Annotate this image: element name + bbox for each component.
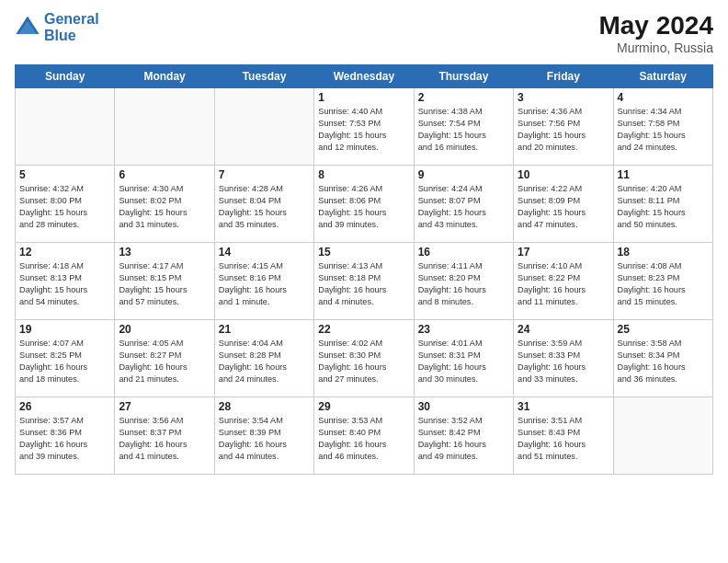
cal-cell-1-2 (115, 88, 214, 166)
cell-info: Sunrise: 4:28 AM Sunset: 8:04 PM Dayligh… (219, 183, 310, 231)
cal-cell-3-2: 13Sunrise: 4:17 AM Sunset: 8:15 PM Dayli… (115, 243, 214, 320)
week-row-4: 19Sunrise: 4:07 AM Sunset: 8:25 PM Dayli… (16, 320, 713, 397)
day-number: 28 (219, 400, 310, 413)
cal-cell-3-4: 15Sunrise: 4:13 AM Sunset: 8:18 PM Dayli… (314, 243, 414, 320)
cal-cell-1-1 (16, 88, 115, 166)
cell-info: Sunrise: 3:54 AM Sunset: 8:39 PM Dayligh… (219, 415, 310, 463)
cell-info: Sunrise: 4:07 AM Sunset: 8:25 PM Dayligh… (19, 338, 110, 385)
cal-cell-3-6: 17Sunrise: 4:10 AM Sunset: 8:22 PM Dayli… (514, 243, 613, 320)
cal-cell-2-3: 7Sunrise: 4:28 AM Sunset: 8:04 PM Daylig… (214, 166, 313, 243)
day-header-saturday: Saturday (613, 65, 712, 88)
cal-cell-4-1: 19Sunrise: 4:07 AM Sunset: 8:25 PM Dayli… (16, 320, 115, 397)
cell-info: Sunrise: 4:40 AM Sunset: 7:53 PM Dayligh… (318, 106, 409, 154)
day-header-thursday: Thursday (414, 65, 513, 88)
cal-cell-5-4: 29Sunrise: 3:53 AM Sunset: 8:40 PM Dayli… (314, 397, 414, 475)
cell-info: Sunrise: 4:26 AM Sunset: 8:06 PM Dayligh… (318, 183, 409, 231)
cell-info: Sunrise: 4:05 AM Sunset: 8:27 PM Dayligh… (119, 338, 210, 385)
day-number: 5 (19, 168, 110, 181)
day-header-tuesday: Tuesday (214, 65, 313, 88)
day-number: 29 (318, 400, 409, 413)
cell-info: Sunrise: 3:56 AM Sunset: 8:37 PM Dayligh… (119, 415, 210, 463)
cal-cell-1-7: 4Sunrise: 4:34 AM Sunset: 7:58 PM Daylig… (613, 88, 712, 166)
cell-info: Sunrise: 4:30 AM Sunset: 8:02 PM Dayligh… (119, 183, 210, 231)
cal-cell-2-1: 5Sunrise: 4:32 AM Sunset: 8:00 PM Daylig… (16, 166, 115, 243)
cell-info: Sunrise: 4:02 AM Sunset: 8:30 PM Dayligh… (318, 338, 409, 385)
day-number: 9 (418, 168, 509, 181)
cal-cell-1-3 (214, 88, 313, 166)
cal-cell-2-4: 8Sunrise: 4:26 AM Sunset: 8:06 PM Daylig… (314, 166, 414, 243)
day-number: 7 (219, 168, 310, 181)
title-block: May 2024 Murmino, Russia (598, 11, 713, 55)
day-number: 3 (518, 91, 609, 104)
cal-cell-2-7: 11Sunrise: 4:20 AM Sunset: 8:11 PM Dayli… (613, 166, 712, 243)
day-number: 14 (219, 246, 310, 259)
cell-info: Sunrise: 4:11 AM Sunset: 8:20 PM Dayligh… (418, 260, 509, 308)
day-number: 26 (19, 400, 110, 413)
cell-info: Sunrise: 4:01 AM Sunset: 8:31 PM Dayligh… (418, 338, 509, 385)
month-year: May 2024 (598, 11, 713, 40)
day-number: 8 (318, 168, 409, 181)
page: General Blue May 2024 Murmino, Russia Su… (0, 0, 728, 563)
cal-cell-4-2: 20Sunrise: 4:05 AM Sunset: 8:27 PM Dayli… (115, 320, 214, 397)
day-number: 12 (19, 246, 110, 259)
location: Murmino, Russia (598, 40, 713, 55)
day-header-friday: Friday (514, 65, 613, 88)
cell-info: Sunrise: 3:59 AM Sunset: 8:33 PM Dayligh… (518, 338, 609, 385)
cal-cell-2-6: 10Sunrise: 4:22 AM Sunset: 8:09 PM Dayli… (514, 166, 613, 243)
day-header-sunday: Sunday (16, 65, 115, 88)
cell-info: Sunrise: 4:10 AM Sunset: 8:22 PM Dayligh… (518, 260, 609, 308)
calendar-table: SundayMondayTuesdayWednesdayThursdayFrid… (15, 64, 713, 475)
cal-cell-2-5: 9Sunrise: 4:24 AM Sunset: 8:07 PM Daylig… (414, 166, 513, 243)
day-number: 2 (418, 91, 509, 104)
cell-info: Sunrise: 4:32 AM Sunset: 8:00 PM Dayligh… (19, 183, 110, 231)
cell-info: Sunrise: 4:36 AM Sunset: 7:56 PM Dayligh… (518, 106, 609, 154)
week-row-3: 12Sunrise: 4:18 AM Sunset: 8:13 PM Dayli… (16, 243, 713, 320)
cal-cell-4-7: 25Sunrise: 3:58 AM Sunset: 8:34 PM Dayli… (613, 320, 712, 397)
header: General Blue May 2024 Murmino, Russia (15, 11, 713, 55)
logo-icon (15, 15, 40, 40)
cal-cell-3-7: 18Sunrise: 4:08 AM Sunset: 8:23 PM Dayli… (613, 243, 712, 320)
cal-cell-2-2: 6Sunrise: 4:30 AM Sunset: 8:02 PM Daylig… (115, 166, 214, 243)
day-number: 21 (219, 323, 310, 336)
week-row-1: 1Sunrise: 4:40 AM Sunset: 7:53 PM Daylig… (16, 88, 713, 166)
day-number: 1 (318, 91, 409, 104)
week-row-2: 5Sunrise: 4:32 AM Sunset: 8:00 PM Daylig… (16, 166, 713, 243)
day-number: 6 (119, 168, 210, 181)
week-row-5: 26Sunrise: 3:57 AM Sunset: 8:36 PM Dayli… (16, 397, 713, 475)
cal-cell-5-2: 27Sunrise: 3:56 AM Sunset: 8:37 PM Dayli… (115, 397, 214, 475)
cell-info: Sunrise: 4:20 AM Sunset: 8:11 PM Dayligh… (618, 183, 709, 231)
cal-cell-4-3: 21Sunrise: 4:04 AM Sunset: 8:28 PM Dayli… (214, 320, 313, 397)
cell-info: Sunrise: 4:22 AM Sunset: 8:09 PM Dayligh… (518, 183, 609, 231)
cell-info: Sunrise: 4:38 AM Sunset: 7:54 PM Dayligh… (418, 106, 509, 154)
cell-info: Sunrise: 3:51 AM Sunset: 8:43 PM Dayligh… (518, 415, 609, 463)
logo: General Blue (15, 11, 99, 44)
cal-cell-4-6: 24Sunrise: 3:59 AM Sunset: 8:33 PM Dayli… (514, 320, 613, 397)
day-number: 23 (418, 323, 509, 336)
cal-cell-1-6: 3Sunrise: 4:36 AM Sunset: 7:56 PM Daylig… (514, 88, 613, 166)
cal-cell-1-4: 1Sunrise: 4:40 AM Sunset: 7:53 PM Daylig… (314, 88, 414, 166)
cell-info: Sunrise: 3:57 AM Sunset: 8:36 PM Dayligh… (19, 415, 110, 463)
day-number: 22 (318, 323, 409, 336)
cell-info: Sunrise: 4:34 AM Sunset: 7:58 PM Dayligh… (618, 106, 709, 154)
cell-info: Sunrise: 4:18 AM Sunset: 8:13 PM Dayligh… (19, 260, 110, 308)
cal-cell-5-1: 26Sunrise: 3:57 AM Sunset: 8:36 PM Dayli… (16, 397, 115, 475)
cell-info: Sunrise: 4:04 AM Sunset: 8:28 PM Dayligh… (219, 338, 310, 385)
day-header-wednesday: Wednesday (314, 65, 414, 88)
cal-cell-1-5: 2Sunrise: 4:38 AM Sunset: 7:54 PM Daylig… (414, 88, 513, 166)
day-header-row: SundayMondayTuesdayWednesdayThursdayFrid… (16, 65, 713, 88)
day-number: 13 (119, 246, 210, 259)
day-number: 25 (618, 323, 709, 336)
cell-info: Sunrise: 4:17 AM Sunset: 8:15 PM Dayligh… (119, 260, 210, 308)
cal-cell-5-3: 28Sunrise: 3:54 AM Sunset: 8:39 PM Dayli… (214, 397, 313, 475)
day-number: 30 (418, 400, 509, 413)
day-number: 11 (618, 168, 709, 181)
cal-cell-3-1: 12Sunrise: 4:18 AM Sunset: 8:13 PM Dayli… (16, 243, 115, 320)
cell-info: Sunrise: 4:15 AM Sunset: 8:16 PM Dayligh… (219, 260, 310, 308)
cell-info: Sunrise: 4:08 AM Sunset: 8:23 PM Dayligh… (618, 260, 709, 308)
cell-info: Sunrise: 3:53 AM Sunset: 8:40 PM Dayligh… (318, 415, 409, 463)
cell-info: Sunrise: 3:58 AM Sunset: 8:34 PM Dayligh… (618, 338, 709, 385)
cal-cell-5-5: 30Sunrise: 3:52 AM Sunset: 8:42 PM Dayli… (414, 397, 513, 475)
cal-cell-4-4: 22Sunrise: 4:02 AM Sunset: 8:30 PM Dayli… (314, 320, 414, 397)
day-number: 20 (119, 323, 210, 336)
day-number: 31 (518, 400, 609, 413)
